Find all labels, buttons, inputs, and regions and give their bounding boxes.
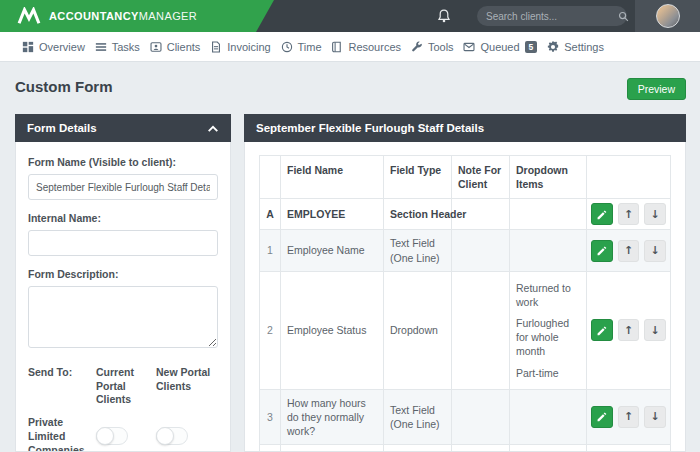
current-portal-clients-header: Current Portal Clients xyxy=(96,366,148,407)
user-menu xyxy=(635,0,700,32)
send-to-row-private-limited-companies: Private Limited Companies xyxy=(28,407,218,452)
form-name-input[interactable] xyxy=(28,174,218,200)
toggle-knob xyxy=(156,427,174,445)
col-field-type: Field Type xyxy=(384,156,452,199)
move-field-down-button[interactable]: ↓ xyxy=(644,203,666,225)
pencil-icon xyxy=(596,209,607,220)
form-details-title: Form Details xyxy=(27,122,97,134)
nav-item-tools[interactable]: Tools xyxy=(411,41,454,53)
envelope-icon xyxy=(463,41,475,53)
page-title: Custom Form xyxy=(15,78,113,95)
edit-field-button[interactable] xyxy=(591,203,613,225)
nav-label: Tools xyxy=(428,41,454,53)
col-index xyxy=(260,156,281,199)
toggle-knob xyxy=(96,427,114,445)
field-type: Dropdown xyxy=(384,271,452,389)
field-dropdown-items xyxy=(510,230,587,271)
send-to-label: Send To: xyxy=(28,366,96,407)
person-card-icon xyxy=(150,41,162,53)
toggle-new-portal-private-limited-companies[interactable] xyxy=(156,427,188,445)
nav-label: Queued xyxy=(480,41,519,53)
move-field-up-button[interactable]: ↑ xyxy=(618,203,640,225)
arrow-down-icon: ↓ xyxy=(651,324,660,337)
clock-icon xyxy=(281,41,293,53)
nav-item-invoicing[interactable]: Invoicing xyxy=(210,41,270,53)
dropdown-item: Furloughed for whole month xyxy=(516,316,580,359)
preview-button[interactable]: Preview xyxy=(627,78,686,100)
field-dropdown-items: Returned to workFurloughed for whole mon… xyxy=(510,271,587,389)
dropdown-item: Part-time xyxy=(516,366,580,380)
arrow-up-icon: ↑ xyxy=(624,410,633,423)
send-to-toggle-list: Private Limited CompaniesPublic Limited … xyxy=(28,407,218,452)
field-name: How many hours did they work? xyxy=(281,445,384,452)
brand-logo[interactable]: ACCOUNTANCYMANAGER xyxy=(0,0,274,32)
queued-count-badge: 5 xyxy=(525,41,538,53)
field-actions: ↑↓ xyxy=(587,445,671,452)
edit-field-button[interactable] xyxy=(591,240,613,262)
move-field-up-button[interactable]: ↑ xyxy=(618,240,640,262)
internal-name-input[interactable] xyxy=(28,230,218,256)
nav-item-tasks[interactable]: Tasks xyxy=(95,41,140,53)
nav-item-resources[interactable]: Resources xyxy=(331,41,401,53)
field-row-A: AEMPLOYEESection Header↑↓ xyxy=(260,199,671,230)
list-icon xyxy=(95,41,107,53)
col-note-for-client: Note For Client xyxy=(452,156,510,199)
brand-bold: ACCOUNTANCY xyxy=(49,10,139,22)
edit-field-button[interactable] xyxy=(591,406,613,428)
toggle-cell xyxy=(96,427,148,445)
move-field-down-button[interactable]: ↓ xyxy=(644,319,666,341)
top-bar: ACCOUNTANCYMANAGER xyxy=(0,0,700,32)
field-row-index: 1 xyxy=(260,230,281,271)
pencil-icon xyxy=(596,245,607,256)
form-description-input[interactable] xyxy=(28,286,218,348)
chevron-up-icon[interactable] xyxy=(207,124,219,133)
edit-field-button[interactable] xyxy=(591,319,613,341)
arrow-down-icon: ↓ xyxy=(651,208,660,221)
field-dropdown-items xyxy=(510,445,587,452)
field-type: Section Header xyxy=(384,199,452,230)
move-field-down-button[interactable]: ↓ xyxy=(644,240,666,262)
field-name: Employee Name xyxy=(281,230,384,271)
main-content: Custom Form Preview Form Details Form Na… xyxy=(0,62,700,452)
nav-item-settings[interactable]: Settings xyxy=(547,41,604,53)
user-avatar[interactable] xyxy=(656,4,680,28)
document-icon xyxy=(210,41,222,53)
internal-name-label: Internal Name: xyxy=(28,212,218,224)
search-bar xyxy=(477,6,627,26)
table-panel-header: September Flexible Furlough Staff Detail… xyxy=(244,114,686,142)
notifications-bell-icon[interactable] xyxy=(429,9,459,23)
field-name: Employee Status xyxy=(281,271,384,389)
field-note-for-client xyxy=(452,445,510,452)
brand-name: ACCOUNTANCYMANAGER xyxy=(49,10,197,22)
brand-logo-icon xyxy=(17,7,41,25)
brand-light: MANAGER xyxy=(139,10,197,22)
col-field-name: Field Name xyxy=(281,156,384,199)
move-field-down-button[interactable]: ↓ xyxy=(644,406,666,428)
nav-label: Settings xyxy=(564,41,604,53)
field-type: Text Field (One Line) xyxy=(384,445,452,452)
nav-label: Resources xyxy=(348,41,401,53)
move-field-up-button[interactable]: ↑ xyxy=(618,406,640,428)
arrow-down-icon: ↓ xyxy=(651,244,660,257)
nav-item-queued[interactable]: Queued5 xyxy=(463,41,537,53)
nav-item-time[interactable]: Time xyxy=(281,41,322,53)
field-note-for-client xyxy=(452,230,510,271)
field-row-3: 3How many hours do they normally work?Te… xyxy=(260,389,671,445)
field-type: Text Field (One Line) xyxy=(384,389,452,445)
field-name: EMPLOYEE xyxy=(281,199,384,230)
field-name: How many hours do they normally work? xyxy=(281,389,384,445)
search-input[interactable] xyxy=(486,11,618,22)
form-details-panel-header: Form Details xyxy=(15,114,231,142)
search-icon[interactable] xyxy=(618,11,629,22)
field-actions: ↑↓ xyxy=(587,389,671,445)
custom-form-table-panel: September Flexible Furlough Staff Detail… xyxy=(244,114,686,452)
wrench-icon xyxy=(411,41,423,53)
table-header-row: Field Name Field Type Note For Client Dr… xyxy=(260,156,671,199)
move-field-up-button[interactable]: ↑ xyxy=(618,319,640,341)
field-row-1: 1Employee NameText Field (One Line)↑↓ xyxy=(260,230,671,271)
nav-item-overview[interactable]: Overview xyxy=(22,41,85,53)
nav-item-clients[interactable]: Clients xyxy=(150,41,201,53)
dropdown-item: Returned to work xyxy=(516,281,580,309)
toggle-current-portal-private-limited-companies[interactable] xyxy=(96,427,128,445)
field-row-2: 2Employee StatusDropdownReturned to work… xyxy=(260,271,671,389)
